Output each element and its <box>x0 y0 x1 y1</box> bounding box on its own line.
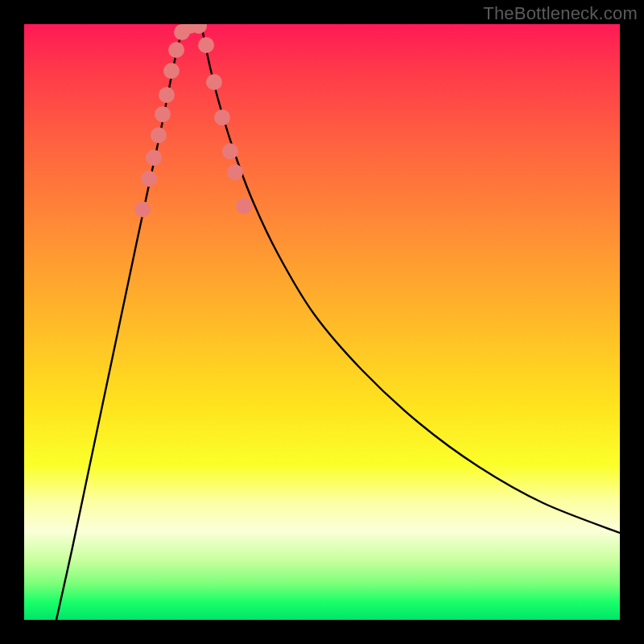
curve-layer <box>56 24 620 620</box>
watermark-text: TheBottleneck.com <box>483 3 638 24</box>
data-dot <box>155 106 171 122</box>
data-dot <box>236 198 252 214</box>
data-dot <box>198 37 214 53</box>
curve-right-curve <box>201 24 620 533</box>
data-dot <box>134 201 151 217</box>
data-dot <box>222 143 238 159</box>
data-dot <box>168 42 184 58</box>
data-dot <box>214 109 230 126</box>
data-dot <box>159 87 175 103</box>
data-dot <box>227 164 243 180</box>
chart-frame: TheBottleneck.com <box>0 0 644 644</box>
dots-layer <box>134 24 252 217</box>
data-dot <box>206 74 222 90</box>
chart-svg <box>24 24 620 620</box>
data-dot <box>151 127 167 143</box>
data-dot <box>146 150 162 166</box>
data-dot <box>163 63 180 79</box>
plot-area <box>24 24 620 620</box>
data-dot <box>141 171 157 187</box>
